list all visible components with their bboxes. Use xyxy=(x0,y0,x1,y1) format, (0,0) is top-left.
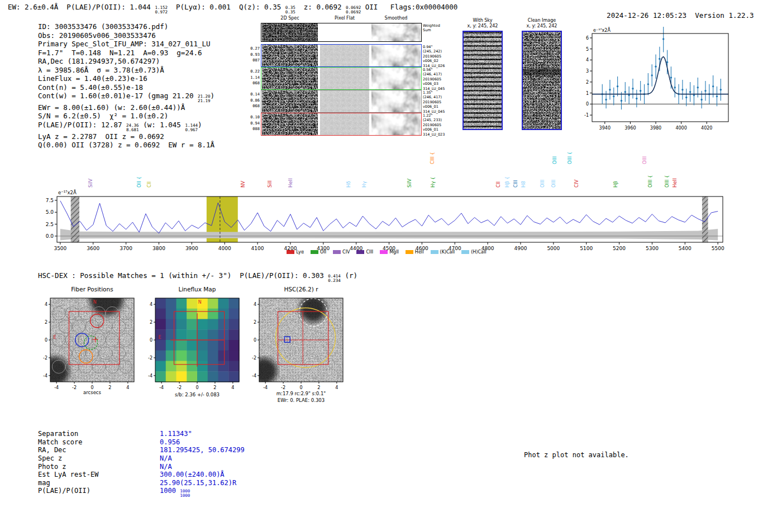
stacked-uncertainty: 0.350.35 xyxy=(285,6,295,15)
svg-text:2: 2 xyxy=(586,80,589,85)
match-row-label: P(LAE)/P(OII) xyxy=(38,487,160,498)
match-row-value: N/A xyxy=(160,454,172,463)
meta-gap xyxy=(686,11,695,20)
svg-text:N: N xyxy=(198,300,202,305)
text-token: 300.00(±240.00)Å xyxy=(160,471,225,478)
catalog-match-table: Separation1.11343"Match score0.956RA, De… xyxy=(38,430,245,498)
text-token: 1000 xyxy=(160,487,180,495)
match-row-label: Spec z xyxy=(38,454,160,463)
svg-text:-1: -1 xyxy=(584,113,589,118)
emission-line-label: CIV xyxy=(574,180,579,188)
info-line: Obs: 20190605v006_3003533476 xyxy=(38,31,214,40)
pixel-flat-strip xyxy=(320,68,369,89)
emission-line-labels: SiIVOII {CIINVSiIIHeIIHδHγSiIVHγ {CIII {… xyxy=(40,146,733,189)
stacked-uncertainty: 21.2021.19 xyxy=(198,94,211,103)
svg-text:4: 4 xyxy=(150,302,152,307)
clean-image-coords: x, y: 245, 242 xyxy=(521,23,563,29)
info-line: ID: 3003533476 (3003533476.pdf) xyxy=(38,22,214,31)
svg-text:4000: 4000 xyxy=(675,126,686,131)
fiber-xlabel: arcsecs xyxy=(50,390,134,395)
svg-text:2: 2 xyxy=(317,385,320,390)
legend-swatch xyxy=(380,250,388,254)
svg-text:3960: 3960 xyxy=(624,126,636,131)
legend-swatch xyxy=(333,250,341,254)
legend-swatch xyxy=(431,250,438,254)
match-table-row: RA, Dec181.295425, 50.674299 xyxy=(38,446,245,454)
photz-note: Phot z plot not available. xyxy=(524,451,629,459)
text-token: ) xyxy=(198,121,202,129)
svg-text:E: E xyxy=(159,335,161,340)
text-token: ID: 3003533476 (3003533476.pdf) xyxy=(38,22,168,31)
report-meta: 2024-12-26 12:05:23 Version 1.22.3 xyxy=(590,3,754,28)
emission-line-label: NV xyxy=(240,181,246,188)
text-token: z: 0.0692 xyxy=(295,3,346,11)
svg-text:6: 6 xyxy=(586,36,589,41)
svg-text:0: 0 xyxy=(150,338,152,343)
text-token: λ = 3985.86Å σ = 3.78(±0.73)Å xyxy=(38,66,164,74)
emission-line-label: OIII xyxy=(551,180,556,188)
svg-text:0: 0 xyxy=(586,102,589,107)
svg-text:e⁻¹⁷x2Å: e⁻¹⁷x2Å xyxy=(593,27,611,33)
match-row-label: Separation xyxy=(38,430,160,438)
stacked-uncertainty: 24.368.681 xyxy=(126,123,139,132)
emission-line-label: OIII xyxy=(552,156,557,164)
emission-line-label: Hβ { xyxy=(504,176,510,188)
emission-line-label: HeII xyxy=(672,178,678,188)
svg-text:4: 4 xyxy=(586,57,589,63)
svg-text:7.5: 7.5 xyxy=(46,198,54,203)
svg-text:-2: -2 xyxy=(281,385,285,390)
svg-text:0: 0 xyxy=(299,385,302,390)
svg-text:-4: -4 xyxy=(159,385,164,390)
match-table-row: Match score0.956 xyxy=(38,438,245,447)
match-row-value: 0.956 xyxy=(160,438,180,447)
fiber-weight-numbers: 0.221.14068 xyxy=(249,69,260,87)
summary-header: EW: 2.6±0.4Å P(LAE)/P(OII): 1.044 1.1520… xyxy=(8,3,457,15)
cutout-row-note: WeightedSum xyxy=(423,23,452,33)
svg-text:-2: -2 xyxy=(177,385,182,390)
emission-line-label: HeII xyxy=(288,178,293,188)
stacked-uncertainty: 0.06920.0692 xyxy=(346,6,361,15)
emission-line-label: OIII xyxy=(642,156,647,164)
with-sky-image xyxy=(462,31,503,130)
hsc-caption-1: m:17.9 rc:2.9" s:0.1" xyxy=(259,391,343,396)
legend-swatch xyxy=(311,250,318,254)
svg-text:e⁻¹⁷x2Å: e⁻¹⁷x2Å xyxy=(58,189,77,195)
emission-line-label: OIII { xyxy=(647,175,653,188)
pixel-flat-strip xyxy=(320,90,369,112)
text-token: Cont(n) = 5.40(±0.55)e-18 xyxy=(38,83,143,92)
hsc-image-panel: -4-4-2-2002244 xyxy=(240,295,350,397)
emission-line-label: CII xyxy=(495,181,501,188)
info-line: Cont(n) = 5.40(±0.55)e-18 xyxy=(38,83,214,92)
info-line: LyA z = 2.2787 OII z = 0.0692 xyxy=(38,132,214,141)
smoothed-strip xyxy=(371,23,421,41)
match-row-value: 1000 10001000 xyxy=(160,487,190,498)
svg-text:-4: -4 xyxy=(43,373,47,378)
pixel-flat-strip xyxy=(320,113,369,135)
text-token: RA,Dec (181.294937,50.674297) xyxy=(38,57,160,65)
clean-image-noise xyxy=(523,32,561,129)
legend-item: CIV xyxy=(333,250,350,255)
with-sky-title: With Sky xyxy=(461,18,504,23)
svg-text:4: 4 xyxy=(335,385,338,390)
lineflux-caption: s/b: 2.36 +/- 0.083 xyxy=(155,392,239,397)
cutout-col-header: Smoothed xyxy=(371,16,421,21)
clean-image-darkband xyxy=(523,69,561,75)
emission-line-label: CII xyxy=(146,181,152,188)
spec2d-strip xyxy=(262,68,318,89)
text-token: (w: 1.045 xyxy=(139,121,185,129)
emission-line-label: OIII { xyxy=(664,175,670,188)
emission-line-label: H8 xyxy=(521,181,526,188)
spec2d-strip xyxy=(262,45,318,66)
text-token: 25.90(25.15,31.62)R xyxy=(160,479,236,487)
emission-line-label: OIII xyxy=(540,180,545,188)
svg-text:2.5: 2.5 xyxy=(46,222,54,227)
spec2d-strip xyxy=(262,23,318,41)
version-label: Version 1.22.3 xyxy=(695,11,754,20)
stacked-uncertainty: 1.1440.967 xyxy=(185,123,198,132)
match-row-label: RA, Dec xyxy=(38,446,160,454)
stacked-uncertainty: 0.4140.234 xyxy=(328,274,341,283)
elixer-detection-report: EW: 2.6±0.4Å P(LAE)/P(OII): 1.044 1.1520… xyxy=(0,0,782,532)
text-token: Cont(w) = 1.60(±0.01)e-17 (gmag 21.20 xyxy=(38,92,198,100)
svg-text:5: 5 xyxy=(586,47,589,52)
text-token: N/A xyxy=(160,463,172,471)
